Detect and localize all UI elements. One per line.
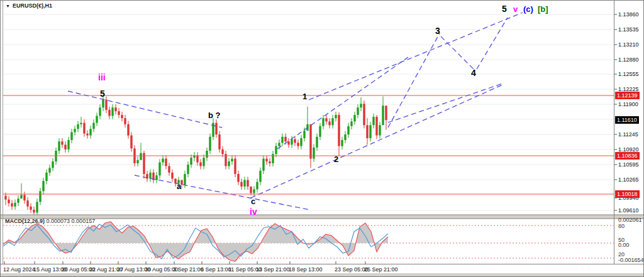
candle-body: [143, 153, 145, 174]
price-tick-label: 1.13535: [618, 26, 639, 33]
candle-body: [23, 195, 25, 200]
candle-body: [335, 115, 336, 118]
candle-body: [4, 196, 6, 200]
time-label: 12 Aug 2024: [3, 266, 35, 273]
candle-body: [265, 159, 267, 161]
candle-body: [130, 136, 132, 149]
dropdown-arrow-icon: ▼: [6, 4, 10, 8]
price-axis[interactable]: 1.138601.135351.132101.128801.125551.122…: [614, 1, 644, 277]
candle-body: [80, 123, 82, 124]
candle-body: [70, 132, 72, 140]
candle-body: [313, 148, 314, 159]
trendline[interactable]: [309, 13, 523, 100]
candle-body: [272, 154, 274, 163]
candle-body: [36, 202, 38, 212]
candle-body: [350, 121, 352, 126]
candle-body: [341, 140, 343, 146]
candle-body: [105, 100, 107, 110]
candle-body: [234, 159, 236, 174]
chart-canvas[interactable]: [1, 1, 644, 277]
candle-body: [309, 124, 311, 159]
candle-body: [149, 173, 151, 179]
candle-body: [127, 124, 129, 136]
candle-body: [162, 159, 164, 163]
candle-body: [303, 131, 305, 138]
candle-body: [174, 178, 176, 183]
candle-body: [221, 149, 223, 154]
candle-body: [344, 134, 346, 140]
candle-body: [124, 118, 126, 124]
candle-body: [385, 106, 387, 120]
price-badge-1.10836: 1.10836: [615, 152, 640, 160]
macd-scale-label: 0.00: [618, 242, 630, 248]
macd-scale-label: 0.002061: [618, 217, 642, 223]
macd-indicator-label: MACD(12,26,9) 0.000073 0.000157: [5, 218, 95, 224]
candle-body: [262, 159, 264, 171]
candle-body: [86, 134, 88, 136]
trendline[interactable]: [277, 57, 408, 149]
candle-body: [250, 187, 252, 193]
candle-body: [228, 161, 230, 166]
candle-body: [155, 175, 157, 180]
trendline[interactable]: [441, 36, 475, 70]
candle-body: [240, 182, 242, 187]
candle-body: [180, 180, 182, 185]
candle-body: [357, 107, 358, 115]
candle-body: [61, 141, 63, 144]
candle-body: [187, 165, 189, 174]
price-tick-label: 1.11900: [618, 101, 638, 107]
candle-body: [77, 124, 79, 129]
macd-name: MACD(12,26,9): [5, 218, 45, 224]
candle-body: [338, 115, 340, 146]
candle-body: [353, 115, 355, 121]
candle-body: [278, 143, 280, 146]
candle-body: [17, 198, 19, 203]
candle-body: [379, 125, 380, 135]
candle-body: [92, 123, 94, 129]
candle-body: [118, 111, 119, 115]
candle-body: [8, 200, 9, 204]
candle-body: [96, 116, 97, 122]
time-axis[interactable]: 12 Aug 202415 Aug 13:0020 Aug 05:0022 Au…: [1, 265, 644, 274]
candle-body: [369, 125, 371, 138]
candle-body: [294, 139, 296, 143]
candle-body: [281, 137, 283, 143]
candle-body: [39, 191, 41, 202]
candle-body: [363, 104, 365, 125]
price-tick-label: 1.12555: [618, 71, 639, 77]
candle-body: [184, 174, 186, 185]
symbol-label-row: ▼ EURUSD(€),H1: [6, 3, 52, 9]
candle-body: [30, 207, 31, 210]
candle-body: [64, 144, 66, 149]
candle-body: [237, 174, 239, 182]
candle-body: [121, 115, 123, 118]
time-label: 3 Sep 21:00: [173, 266, 204, 273]
candle-body: [328, 121, 330, 125]
candle-body: [331, 118, 333, 125]
candle-body: [102, 100, 104, 108]
candle-body: [33, 210, 35, 212]
candle-body: [83, 123, 85, 134]
candle-body: [275, 146, 277, 155]
panel-separator[interactable]: [1, 215, 644, 219]
candle-body: [375, 117, 377, 136]
candle-body: [42, 181, 44, 191]
macd-signal-value: 0.000157: [72, 218, 96, 224]
trendline[interactable]: [68, 91, 222, 128]
candle-body: [319, 126, 321, 137]
candle-body: [360, 104, 362, 107]
candle-body: [26, 200, 28, 207]
price-tick-label: 1.13860: [618, 11, 639, 18]
candle-body: [11, 204, 13, 207]
candle-body: [203, 158, 204, 166]
chart-window: ▼ EURUSD(€),H1 MACD(12,26,9) 0.000073 0.…: [0, 0, 644, 277]
price-tick-label: 1.10595: [618, 161, 639, 168]
candle-body: [168, 166, 170, 172]
candle-body: [325, 118, 327, 121]
trendline[interactable]: [135, 175, 310, 210]
candle-body: [297, 143, 299, 146]
candle-body: [190, 158, 192, 165]
time-label: 18 Sep 13:00: [289, 266, 323, 273]
candle-body: [89, 129, 91, 135]
candle-body: [45, 173, 47, 181]
